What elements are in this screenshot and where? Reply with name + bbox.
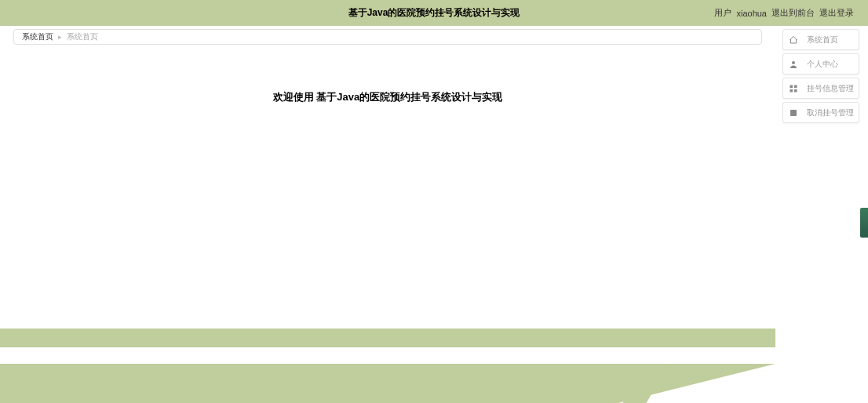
breadcrumb-home[interactable]: 系统首页 [22, 31, 53, 42]
header-bar: 基于Java的医院预约挂号系统设计与实现 用户 xiaohua 退出到前台 退出… [0, 0, 868, 26]
svg-rect-3 [790, 89, 793, 93]
sidebar-item-home[interactable]: 系统首页 [782, 29, 859, 50]
user-prefix: 用户 [714, 7, 731, 19]
welcome-message: 欢迎使用 基于Java的医院预约挂号系统设计与实现 [13, 90, 762, 104]
header-user-area: 用户 xiaohua 退出到前台 退出登录 [714, 7, 854, 19]
home-icon [788, 34, 799, 45]
footer-bottom-band [0, 364, 775, 403]
logout-link[interactable]: 退出登录 [819, 7, 854, 19]
svg-rect-5 [790, 110, 797, 116]
breadcrumb-separator: ▸ [58, 33, 62, 41]
breadcrumb: 系统首页 ▸ 系统首页 [13, 29, 762, 45]
svg-rect-2 [794, 85, 797, 88]
footer-top-band [0, 329, 775, 347]
sidebar-nav: 系统首页 个人中心 挂号信息管理 取消挂号管理 [782, 29, 859, 126]
app-title: 基于Java的医院预约挂号系统设计与实现 [348, 6, 520, 20]
sidebar-item-label: 系统首页 [807, 34, 838, 45]
sidebar-item-label: 取消挂号管理 [807, 107, 854, 118]
scroll-indicator[interactable] [860, 208, 868, 238]
back-to-front-link[interactable]: 退出到前台 [771, 7, 815, 19]
user-icon [788, 59, 799, 70]
sidebar-item-profile[interactable]: 个人中心 [782, 53, 859, 74]
sidebar-item-cancel-register[interactable]: 取消挂号管理 [782, 102, 859, 123]
svg-rect-4 [794, 89, 797, 93]
svg-rect-1 [790, 85, 793, 88]
svg-point-0 [792, 61, 795, 64]
grid-icon [788, 83, 799, 94]
breadcrumb-current: 系统首页 [67, 31, 98, 42]
cancel-icon [788, 107, 799, 118]
sidebar-item-label: 个人中心 [807, 59, 838, 70]
sidebar-item-label: 挂号信息管理 [807, 83, 854, 94]
sidebar-item-register-info[interactable]: 挂号信息管理 [782, 78, 859, 99]
username-link[interactable]: xiaohua [736, 9, 767, 18]
footer-decoration [0, 329, 775, 403]
